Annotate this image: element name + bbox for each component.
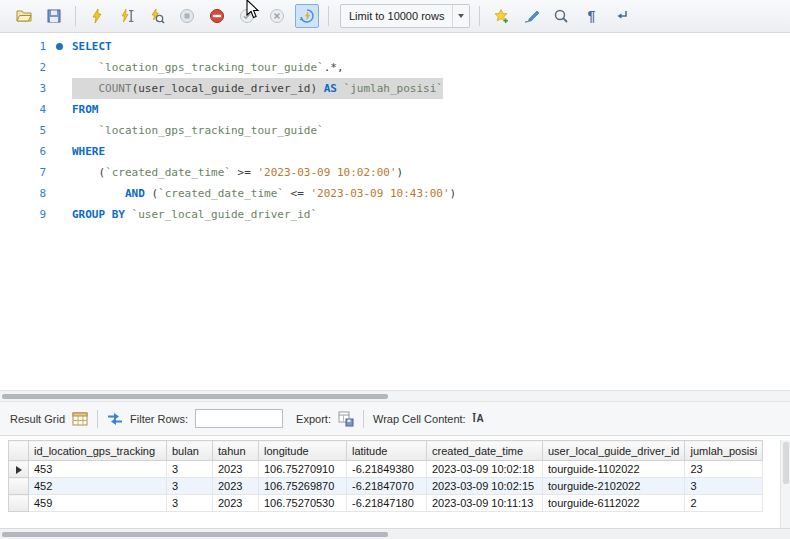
find-button[interactable] (549, 4, 573, 28)
scrollbar-thumb[interactable] (2, 532, 388, 537)
row-selector[interactable] (9, 495, 29, 512)
sql-line-text: `location_gps_tracking_tour_guide` (72, 120, 324, 141)
stop-on-error-icon (209, 8, 225, 24)
explain-icon (149, 8, 165, 24)
editor-line[interactable]: 4FROM (0, 99, 790, 120)
editor-line[interactable]: 9GROUP BY `user_local_guide_driver_id` (0, 204, 790, 225)
grid-cell[interactable]: 3 (685, 478, 763, 495)
grid-header-row: id_location_gps_trackingbulantahunlongit… (9, 441, 763, 461)
export-icon[interactable] (338, 411, 354, 427)
table-row[interactable]: 45332023106.75270910-6.218493802023-03-0… (9, 461, 763, 478)
beautify-button[interactable] (519, 4, 543, 28)
grid-vertical-scrollbar[interactable] (780, 440, 790, 528)
save-icon (46, 8, 62, 24)
grid-cell[interactable]: tourguide-1102022 (543, 461, 685, 478)
column-header[interactable]: bulan (167, 441, 213, 461)
execute-button[interactable] (85, 4, 109, 28)
row-selector[interactable] (9, 478, 29, 495)
wrap-cell-content-icon[interactable]: ĪA (473, 413, 485, 425)
row-selector-header (9, 441, 29, 461)
filter-rows-input[interactable] (195, 409, 283, 428)
autocommit-icon (299, 8, 315, 24)
grid-cell[interactable]: 3 (167, 461, 213, 478)
stop-on-error-toggle[interactable] (205, 4, 229, 28)
grid-cell[interactable]: 2023 (213, 461, 259, 478)
refresh-icon[interactable] (107, 411, 123, 427)
grid-cell[interactable]: 2 (685, 495, 763, 512)
grid-cell[interactable]: 2023-03-09 10:11:13 (427, 495, 543, 512)
editor-line[interactable]: 6WHERE (0, 141, 790, 162)
toolbar-separator (75, 6, 76, 26)
editor-line[interactable]: 7 (`created_date_time` >= '2023-03-09 10… (0, 162, 790, 183)
grid-cell[interactable]: tourguide-2102022 (543, 478, 685, 495)
grid-cell[interactable]: 452 (29, 478, 167, 495)
autocommit-toggle[interactable] (295, 4, 319, 28)
search-icon (553, 8, 569, 24)
execute-current-button[interactable] (115, 4, 139, 28)
invisibles-toggle[interactable]: ¶ (579, 4, 603, 28)
column-header[interactable]: user_local_guide_driver_id (543, 441, 685, 461)
grid-cell[interactable]: 2023-03-09 10:02:18 (427, 461, 543, 478)
line-number: 8 (0, 183, 46, 204)
rollback-x-icon (269, 8, 285, 24)
limit-rows-label: Limit to 10000 rows (341, 10, 452, 22)
editor-line[interactable]: 2 `location_gps_tracking_tour_guide`.*, (0, 57, 790, 78)
open-file-icon (16, 8, 32, 24)
editor-line[interactable]: 3 COUNT(user_local_guide_driver_id) AS `… (0, 78, 790, 99)
toolbar-separator (328, 6, 329, 26)
explain-button[interactable] (145, 4, 169, 28)
grid-horizontal-scrollbar[interactable] (0, 528, 790, 539)
grid-cell[interactable]: 106.75270910 (259, 461, 347, 478)
column-header[interactable]: id_location_gps_tracking (29, 441, 167, 461)
table-row[interactable]: 45232023106.75269870-6.218470702023-03-0… (9, 478, 763, 495)
sql-line-text: (`created_date_time` >= '2023-03-09 10:0… (72, 162, 403, 183)
mysql-workbench-window: Limit to 10000 rows ¶ 1SELECT2 `location… (0, 0, 790, 539)
sql-editor[interactable]: 1SELECT2 `location_gps_tracking_tour_gui… (0, 34, 790, 390)
open-sql-file-button[interactable] (12, 4, 36, 28)
row-selector[interactable] (9, 461, 29, 478)
editor-line[interactable]: 8 AND (`created_date_time` <= '2023-03-0… (0, 183, 790, 204)
wrap-text-toggle[interactable] (609, 4, 633, 28)
grid-cell[interactable]: 3 (167, 478, 213, 495)
column-header[interactable]: latitude (347, 441, 427, 461)
statement-start-dot-icon (56, 43, 63, 50)
commit-check-icon (239, 8, 255, 24)
result-grid-toolbar: Result Grid Filter Rows: Export: Wrap Ce… (0, 402, 790, 436)
grid-cell[interactable]: 106.75270530 (259, 495, 347, 512)
sql-line-text: COUNT(user_local_guide_driver_id) AS `ju… (72, 78, 443, 99)
scrollbar-thumb[interactable] (783, 442, 789, 484)
grid-cell[interactable]: -6.21847070 (347, 478, 427, 495)
line-number: 4 (0, 99, 46, 120)
column-header[interactable]: longitude (259, 441, 347, 461)
grid-cell[interactable]: 2023 (213, 478, 259, 495)
scrollbar-thumb[interactable] (2, 394, 388, 399)
grid-cell[interactable]: 453 (29, 461, 167, 478)
editor-horizontal-scrollbar[interactable] (0, 390, 790, 402)
result-grid-table: id_location_gps_trackingbulantahunlongit… (8, 440, 763, 512)
grid-cell[interactable]: 106.75269870 (259, 478, 347, 495)
save-button[interactable] (42, 4, 66, 28)
toolbar-separator (479, 6, 480, 26)
editor-line[interactable]: 1SELECT (0, 36, 790, 57)
column-header[interactable]: created_date_time (427, 441, 543, 461)
rollback-button (265, 4, 289, 28)
column-header[interactable]: tahun (213, 441, 259, 461)
editor-line[interactable]: 5 `location_gps_tracking_tour_guide` (0, 120, 790, 141)
grid-cell[interactable]: 3 (167, 495, 213, 512)
execute-bolt-icon (89, 8, 105, 24)
toolbar-separator (97, 410, 98, 428)
grid-cell[interactable]: -6.21847180 (347, 495, 427, 512)
grid-cell[interactable]: 2023-03-09 10:02:15 (427, 478, 543, 495)
column-header[interactable]: jumlah_posisi (685, 441, 763, 461)
limit-rows-dropdown[interactable]: Limit to 10000 rows (340, 4, 470, 28)
grid-cell[interactable]: -6.21849380 (347, 461, 427, 478)
grid-cell[interactable]: 2023 (213, 495, 259, 512)
grid-cell[interactable]: 23 (685, 461, 763, 478)
line-number: 3 (0, 78, 46, 99)
table-row[interactable]: 45932023106.75270530-6.218471802023-03-0… (9, 495, 763, 512)
toolbar-separator (363, 410, 364, 428)
line-number: 2 (0, 57, 46, 78)
grid-cell[interactable]: tourguide-6112022 (543, 495, 685, 512)
new-snippet-button[interactable] (489, 4, 513, 28)
grid-cell[interactable]: 459 (29, 495, 167, 512)
